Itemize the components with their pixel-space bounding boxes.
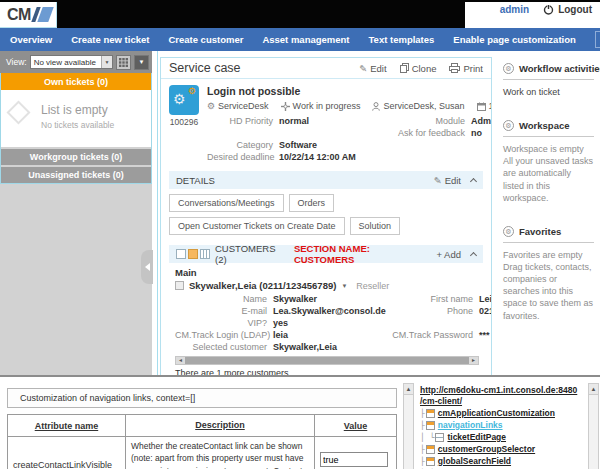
view-mode-folder-icon[interactable] bbox=[188, 249, 198, 259]
tree-root-url[interactable]: http://cm6doku-cm1.int.consol.de:8480 bbox=[420, 385, 577, 395]
print-button[interactable]: Print bbox=[449, 63, 483, 74]
table-scrollbar[interactable]: ▲ bbox=[403, 383, 414, 469]
nav-item-asset-management[interactable]: Asset management bbox=[262, 34, 349, 45]
clone-button[interactable]: Clone bbox=[400, 63, 437, 74]
field-label: HD Priority bbox=[207, 116, 279, 126]
scroll-left-icon[interactable]: ◄ bbox=[176, 357, 185, 364]
nav-item-create-customer[interactable]: Create customer bbox=[168, 34, 243, 45]
workspace-empty-line: Workspace is empty bbox=[503, 143, 594, 155]
field-value: Skywalker bbox=[273, 294, 391, 304]
details-section-header: DETAILS ✎ Edit bbox=[169, 171, 483, 189]
tree-node-navigationLinks-selected[interactable]: navigationLinks bbox=[438, 420, 503, 430]
header-background-band bbox=[57, 0, 465, 28]
customer-menu-arrow-icon[interactable]: ▼ bbox=[341, 283, 347, 289]
workflow-activities-widget: ⚙ Workflow activities Work on ticket bbox=[497, 57, 600, 98]
power-icon bbox=[543, 4, 554, 15]
customers-content: Main Skywalker,Leia (0211/123456789) ▼ R… bbox=[161, 263, 491, 378]
customers-add-button[interactable]: + Add bbox=[436, 249, 461, 260]
logout-button[interactable]: Logout bbox=[543, 4, 592, 15]
table-row: createContactLinkVisible Whether the cre… bbox=[8, 437, 397, 469]
app-logo[interactable]: CM bbox=[0, 2, 57, 28]
field-label bbox=[391, 318, 479, 328]
unassigned-tickets-group[interactable]: Unassigned tickets (0) bbox=[1, 167, 151, 183]
scrollbar-thumb[interactable] bbox=[185, 357, 469, 364]
tab-orders[interactable]: Orders bbox=[289, 194, 335, 212]
nav-item-overview[interactable]: Overview bbox=[10, 34, 52, 45]
empty-list-diamond-icon bbox=[6, 100, 30, 124]
scope-window-icon bbox=[426, 421, 435, 430]
list-options-button[interactable]: ▼ bbox=[134, 55, 149, 70]
favorites-title: Favorites bbox=[519, 226, 561, 237]
nav-item-enable-page-customization[interactable]: Enable page customization bbox=[453, 34, 575, 45]
queue-value: ServiceDesk bbox=[218, 101, 269, 111]
printer-icon bbox=[449, 63, 460, 73]
collapse-chevron-icon[interactable] bbox=[470, 177, 477, 184]
gear-small-icon: ⚙ bbox=[188, 87, 196, 96]
tree-node-ticketEditPage[interactable]: ticketEditPage bbox=[447, 432, 506, 442]
customer-name-link[interactable]: Skywalker,Leia (0211/123456789) bbox=[189, 280, 336, 291]
customer-checkbox[interactable] bbox=[175, 281, 184, 290]
details-tabs: Conversations/Meetings Orders Open Custo… bbox=[161, 189, 491, 240]
ticket-panel: Service case ✎ Edit Clone bbox=[160, 57, 492, 378]
ticket-header-card: ⚙ ⚙ 100296 Login not possible ⚙ ServiceD… bbox=[161, 79, 491, 166]
tree-root-path[interactable]: /cm-client/ bbox=[420, 396, 462, 406]
field-value: Skywalker,Leia bbox=[273, 342, 391, 352]
field-value: leia bbox=[273, 330, 391, 340]
edit-button[interactable]: ✎ Edit bbox=[359, 63, 386, 74]
details-edit-button[interactable]: ✎ Edit bbox=[434, 175, 461, 186]
field-label: Desired deadline bbox=[207, 152, 279, 162]
horizontal-scrollbar[interactable]: ◄ ► bbox=[175, 356, 479, 365]
tree-node-globalSearchField[interactable]: globalSearchField bbox=[438, 456, 511, 466]
field-label bbox=[387, 152, 471, 162]
field-value bbox=[479, 318, 492, 328]
column-attribute-name[interactable]: Attribute name bbox=[8, 415, 126, 437]
customer-groups-dropdown[interactable]: All customer groups bbox=[595, 31, 600, 48]
description-cell: Whether the createContact link can be sh… bbox=[125, 437, 314, 469]
workflow-activity-link[interactable]: Work on ticket bbox=[503, 86, 594, 98]
empty-ticket-list: List is empty No tickets available bbox=[1, 90, 151, 147]
field-value: Leia bbox=[479, 294, 492, 304]
tab-solution[interactable]: Solution bbox=[350, 217, 401, 235]
queue-gear-icon: ⚙ bbox=[207, 102, 215, 111]
view-mode-plain-icon[interactable] bbox=[176, 249, 186, 259]
collapse-chevron-icon[interactable] bbox=[470, 251, 477, 258]
user-link[interactable]: admin bbox=[500, 4, 529, 15]
column-value[interactable]: Value bbox=[315, 415, 397, 437]
tab-open-customer-tickets[interactable]: Open Customer Tickets on Create Date bbox=[169, 217, 345, 235]
workgroup-tickets-group[interactable]: Workgroup tickets (0) bbox=[1, 149, 151, 165]
page-title: Service case bbox=[169, 61, 241, 75]
sidebar-collapse-handle[interactable] bbox=[141, 250, 153, 284]
scope-window-icon bbox=[426, 409, 435, 418]
scroll-up-icon[interactable]: ▲ bbox=[589, 384, 598, 395]
phone-value: 0211/123456789 ☎ bbox=[479, 306, 492, 316]
scroll-right-icon[interactable]: ► bbox=[469, 357, 478, 364]
pencil-icon: ✎ bbox=[434, 175, 442, 186]
workspace-hint: All your unsaved tasks are automatically… bbox=[503, 155, 594, 204]
widgets-sidebar: ⚙ Workflow activities Work on ticket ⚙ W… bbox=[497, 57, 600, 376]
favorites-hint: Drag tickets, contacts, companies or sea… bbox=[503, 261, 594, 322]
tree-node-customerGroupSelector[interactable]: customerGroupSelector bbox=[438, 444, 535, 454]
own-tickets-group[interactable]: Own tickets (0) bbox=[1, 73, 151, 90]
logo-text: CM bbox=[7, 6, 31, 24]
field-value bbox=[471, 152, 492, 162]
tree-node-cmApplicationCustomization[interactable]: cmApplicationCustomization bbox=[438, 408, 555, 418]
empty-list-title: List is empty bbox=[41, 103, 108, 117]
header-top-line bbox=[0, 0, 600, 2]
grid-icon bbox=[119, 58, 128, 67]
tree-scrollbar[interactable]: ▲ bbox=[588, 383, 599, 469]
workspace-gear-icon: ⚙ bbox=[503, 120, 514, 131]
field-label: First name bbox=[391, 294, 479, 304]
value-cell: (boolean) (+) (-) bbox=[315, 437, 397, 469]
nav-item-create-new-ticket[interactable]: Create new ticket bbox=[71, 34, 149, 45]
grid-view-button[interactable] bbox=[116, 55, 131, 70]
tab-conversations-meetings[interactable]: Conversations/Meetings bbox=[169, 194, 284, 212]
view-select[interactable]: No view available ▼ bbox=[30, 55, 113, 69]
favorites-widget: ⚙ Favorites Favorites are empty Drag tic… bbox=[497, 220, 600, 322]
attribute-value-input[interactable] bbox=[320, 452, 388, 467]
nav-item-text-templates[interactable]: Text templates bbox=[369, 34, 435, 45]
view-mode-columns-icon[interactable] bbox=[200, 249, 210, 259]
field-label: CM.Track Password bbox=[391, 330, 479, 340]
column-description[interactable]: Description bbox=[125, 415, 314, 437]
field-value: *** bbox=[479, 330, 492, 340]
scroll-up-icon[interactable]: ▲ bbox=[404, 384, 413, 395]
